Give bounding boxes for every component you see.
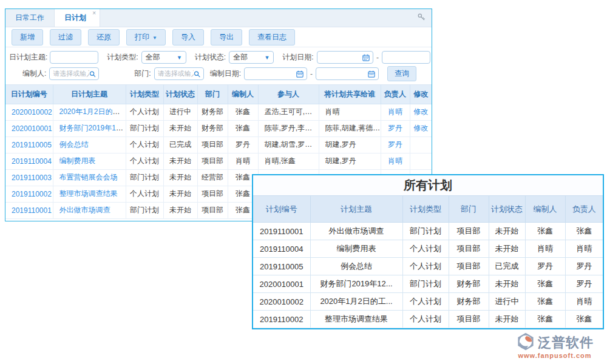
plan-id: 2019110004 (253, 240, 310, 258)
col-header-owner[interactable]: 负责人 (381, 85, 410, 104)
restore-button[interactable]: 还原 (88, 29, 120, 46)
plan-share: 胡建,罗丹 (319, 136, 381, 153)
plan-share: 胡建,罗丹 (319, 153, 381, 169)
plan-dept: 项目部 (449, 311, 489, 328)
plan-date-filter-label: 计划日期: (282, 52, 313, 62)
date-range-separator: - (310, 70, 313, 78)
plan-type: 个人计划 (402, 293, 449, 311)
edit-link[interactable]: 修改 (413, 107, 428, 116)
print-button[interactable]: 打印▼ (126, 29, 166, 46)
tab-day-plan[interactable]: 日计划 × (54, 9, 100, 27)
plan-subject-link[interactable]: 财务部门2019年12月的... (59, 124, 126, 132)
col-header-status[interactable]: 计划状态 (489, 196, 525, 223)
plan-status: 未开始 (163, 202, 197, 218)
created-date-from-input[interactable] (244, 67, 307, 80)
plan-id-link[interactable]: 2019110003 (12, 174, 52, 182)
status-filter-select[interactable]: 全部 ▼ (229, 51, 274, 64)
plan-owner-link[interactable]: 罗丹 (388, 124, 402, 132)
plan-share: 陈菲,胡建,蒋德帆,... (319, 120, 381, 136)
plan-id: 2019110001 (253, 223, 310, 240)
search-button[interactable]: 查询 (387, 66, 416, 81)
created-date-to-input[interactable] (316, 67, 379, 80)
dept-filter-input[interactable]: 请选择或输入 (154, 67, 204, 80)
plan-subject-link[interactable]: 外出做市场调查 (59, 206, 110, 214)
key-icon[interactable] (417, 13, 426, 24)
plan-date-from-input[interactable] (317, 51, 373, 64)
all-plans-panel: 所有计划 计划编号 计划主题 计划类型 部门 计划状态 编制人 负责人 2019… (252, 174, 604, 329)
plan-type: 个人计划 (126, 153, 163, 169)
col-header-plan-id[interactable]: 日计划编号 (5, 85, 53, 104)
plan-subject-link[interactable]: 2020年1月2日的工作日... (59, 107, 126, 116)
col-header-dept[interactable]: 部门 (197, 85, 228, 104)
plan-subject-link[interactable]: 编制费用表 (59, 157, 96, 165)
col-header-plan-id[interactable]: 计划编号 (253, 196, 310, 223)
plan-id: 2020010001 (253, 275, 310, 293)
plan-owner-link[interactable]: 肖晴 (388, 107, 402, 116)
plan-id-link[interactable]: 2019110004 (12, 157, 52, 166)
brand-url[interactable]: www.fanpusoft.com (506, 352, 603, 359)
import-button[interactable]: 导入 (172, 29, 204, 46)
plan-id-link[interactable]: 2020010002 (12, 108, 52, 116)
table-row[interactable]: 2019110005 例会总结 个人计划 项目部 已完成 罗丹 罗丹 (253, 258, 603, 275)
plan-subject: 财务部门2019年12... (310, 275, 402, 293)
plan-owner-link[interactable]: 罗丹 (388, 140, 402, 149)
plan-subject-link[interactable]: 整理市场调查结果 (59, 189, 118, 198)
subject-filter-input[interactable] (50, 51, 98, 64)
type-filter-select[interactable]: 全部 ▼ (141, 51, 186, 64)
table-row[interactable]: 2019110004 编制费用表 个人计划 项目部 未开始 肖晴 肖晴 (253, 240, 603, 258)
subject-filter-label: 日计划主题: (9, 52, 47, 62)
plan-status: 进行中 (489, 293, 525, 311)
plan-owner: 张鑫 (565, 311, 603, 328)
plan-id-link[interactable]: 2019110001 (12, 206, 52, 215)
col-header-creator[interactable]: 编制人 (525, 196, 565, 223)
table-row[interactable]: 2020010001 财务部门2019年12... 部门计划 财务部 未开始 张… (253, 275, 603, 293)
plan-id-link[interactable]: 2019110005 (12, 141, 52, 149)
plan-id: 2019110005 (253, 258, 310, 275)
dept-filter-placeholder: 请选择或输入 (158, 69, 194, 78)
col-header-type[interactable]: 计划类型 (126, 85, 163, 104)
col-header-status[interactable]: 计划状态 (163, 85, 197, 104)
col-header-owner[interactable]: 负责人 (565, 196, 603, 223)
col-header-subject[interactable]: 计划主题 (310, 196, 402, 223)
toolbar: 新增 过滤 还原 打印▼ 导入 导出 查看日志 (5, 27, 432, 47)
col-header-creator[interactable]: 编制人 (228, 85, 258, 104)
col-header-subject[interactable]: 日计划主题 (53, 85, 126, 104)
col-header-participants[interactable]: 参与人 (258, 85, 319, 104)
plan-id-link[interactable]: 2019110002 (12, 190, 52, 198)
tab-close-icon[interactable]: × (92, 10, 96, 16)
plan-owner: 张鑫 (565, 223, 603, 240)
plan-status: 未开始 (489, 275, 525, 293)
plan-creator: 张鑫 (525, 293, 565, 311)
col-header-share[interactable]: 将计划共享给谁 (319, 85, 381, 104)
created-date-filter-label: 编制日期: (210, 69, 241, 79)
plan-id-link[interactable]: 2020010001 (12, 124, 52, 133)
plan-owner: 罗丹 (565, 275, 603, 293)
view-log-button[interactable]: 查看日志 (249, 29, 295, 46)
edit-link[interactable]: 修改 (413, 124, 428, 132)
table-row: 2020010001 财务部门2019年12月的... 部门计划 未开始 财务部… (5, 120, 432, 136)
table-row[interactable]: 2020010002 2020年1月2日的工... 个人计划 财务部 进行中 张… (253, 293, 603, 311)
col-header-dept[interactable]: 部门 (449, 196, 489, 223)
plan-subject-link[interactable]: 例会总结 (59, 140, 89, 149)
plan-type: 部门计划 (402, 275, 449, 293)
col-header-type[interactable]: 计划类型 (402, 196, 449, 223)
filter-button[interactable]: 过滤 (50, 29, 81, 46)
tab-daily-work[interactable]: 日常工作 (5, 9, 54, 27)
add-button[interactable]: 新增 (12, 29, 43, 46)
col-header-edit[interactable]: 修改 (410, 85, 432, 104)
plan-subject: 2020年1月2日的工... (310, 293, 402, 311)
brand-footer: 泛普软件 www.fanpusoft.com (506, 332, 603, 359)
export-button[interactable]: 导出 (211, 29, 242, 46)
table-row[interactable]: 2019110002 整理市场调查结果 个人计划 项目部 未开始 张鑫 张鑫 (253, 311, 603, 328)
plan-participants: 孟浩,王可可,肖晴,张鑫 (258, 104, 319, 120)
table-row[interactable]: 2019110001 外出做市场调查 部门计划 项目部 未开始 张鑫 张鑫 (253, 223, 603, 240)
plan-subject: 编制费用表 (310, 240, 402, 258)
plan-type: 个人计划 (126, 104, 163, 120)
plan-date-to-input[interactable] (382, 51, 430, 64)
plan-subject-link[interactable]: 布置营销展会会场 (59, 173, 118, 181)
creator-filter-input[interactable]: 请选择或输入 (49, 67, 99, 80)
plan-owner-link[interactable]: 肖晴 (388, 157, 402, 165)
tab-bar-spacer (100, 9, 417, 27)
plan-status: 进行中 (163, 104, 197, 120)
status-filter-label: 计划状态: (195, 52, 226, 62)
